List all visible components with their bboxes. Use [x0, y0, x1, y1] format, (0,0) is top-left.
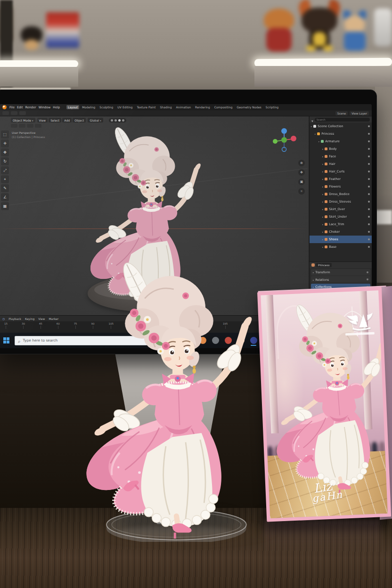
expand-icon[interactable] — [311, 124, 312, 128]
visibility-eye-icon[interactable] — [368, 171, 370, 172]
section-expand-icon[interactable] — [313, 270, 314, 274]
outliner-item[interactable]: Face — [310, 153, 372, 160]
viewport-nav-icon[interactable]: ✥ — [298, 169, 305, 176]
expand-icon[interactable] — [322, 215, 323, 219]
visibility-eye-icon[interactable] — [368, 231, 370, 233]
outliner-item[interactable]: Flowers — [310, 183, 372, 190]
visibility-eye-icon[interactable] — [368, 201, 370, 203]
tool-button[interactable]: ∠ — [1, 193, 9, 201]
workspace-tab[interactable]: Compositing — [213, 105, 234, 109]
expand-icon[interactable] — [322, 162, 323, 166]
editor-type-button[interactable] — [2, 111, 9, 115]
visibility-eye-icon[interactable] — [368, 140, 370, 142]
outliner-item[interactable]: Shoes — [310, 236, 372, 243]
visibility-eye-icon[interactable] — [368, 193, 370, 195]
workspace-tab[interactable]: Scripting — [264, 105, 280, 109]
expand-icon[interactable] — [322, 177, 323, 181]
navigation-gizmo[interactable] — [271, 127, 297, 153]
workspace-tab[interactable]: Layout — [66, 105, 79, 109]
filter-icon[interactable] — [311, 116, 313, 124]
visibility-eye-icon[interactable] — [368, 163, 370, 165]
outliner-item[interactable]: Lace_Trim — [310, 220, 372, 228]
blender-menu-item[interactable]: Render — [25, 106, 36, 109]
workspace-tab[interactable]: Texture Paint — [135, 105, 157, 109]
expand-icon[interactable] — [322, 222, 323, 226]
visibility-eye-icon[interactable] — [368, 155, 370, 157]
header-pill[interactable] — [11, 111, 17, 115]
section-expand-icon[interactable] — [313, 278, 314, 281]
outliner-item[interactable]: Hair_Curls — [310, 168, 372, 175]
tool-button[interactable]: ⌖ — [1, 175, 9, 183]
workspace-tab[interactable]: Sculpting — [98, 105, 114, 109]
outliner-item[interactable]: Skirt_Over — [310, 205, 372, 213]
expand-icon[interactable] — [322, 237, 323, 241]
viewport-nav-icon[interactable]: ⌗ — [298, 188, 305, 195]
expand-icon[interactable] — [322, 207, 323, 211]
tool-button[interactable]: ⬚ — [1, 131, 9, 139]
overlay-toggle[interactable] — [27, 124, 33, 128]
visibility-eye-icon[interactable] — [368, 238, 370, 240]
timeline-menu-item[interactable]: Playback — [8, 317, 21, 320]
visibility-eye-icon[interactable] — [368, 125, 370, 127]
workspace-tab[interactable]: UV Editing — [116, 105, 134, 109]
workspace-tab[interactable]: Modeling — [81, 105, 97, 109]
expand-icon[interactable] — [322, 192, 323, 196]
outliner-item[interactable]: Skirt_Under — [310, 213, 372, 220]
workspace-tab[interactable]: Animation — [175, 105, 193, 109]
outliner-item[interactable]: Feather — [310, 175, 372, 183]
visibility-eye-icon[interactable] — [368, 223, 370, 225]
header-pill[interactable] — [19, 111, 26, 115]
outliner-item[interactable]: Choker — [310, 228, 372, 236]
viewport-nav-icon[interactable]: ▣ — [298, 179, 305, 185]
tool-button[interactable]: ✥ — [1, 148, 9, 156]
tool-button[interactable]: ✛ — [1, 139, 9, 147]
viewport-menu-item[interactable]: Object — [73, 118, 86, 122]
mode-dropdown[interactable]: Object Mode — [11, 118, 35, 122]
blender-menu-item[interactable]: Help — [53, 106, 60, 109]
outliner-item[interactable]: Scene Collection — [310, 122, 372, 130]
timeline-menu-item[interactable]: Marker — [49, 317, 58, 320]
outliner-item[interactable]: Princess — [310, 130, 372, 138]
visibility-eye-icon[interactable] — [368, 178, 370, 180]
outliner-item[interactable]: Hair — [310, 160, 372, 168]
expand-icon[interactable] — [315, 132, 316, 136]
outliner-item[interactable]: Armature — [310, 138, 372, 145]
expand-icon[interactable] — [322, 200, 323, 204]
expand-icon[interactable] — [322, 245, 323, 249]
timeline-menu-item[interactable]: View — [38, 317, 45, 320]
section-menu-icon[interactable] — [367, 271, 368, 273]
tool-button[interactable]: ✎ — [1, 184, 9, 192]
blender-menu-item[interactable]: Edit — [17, 106, 23, 109]
visibility-eye-icon[interactable] — [368, 148, 370, 150]
blender-menu-item[interactable]: Window — [39, 106, 51, 109]
scene-selector[interactable]: Scene — [335, 111, 348, 115]
blender-menu-item[interactable]: File — [9, 106, 15, 109]
viewport-menu-item[interactable]: View — [37, 118, 48, 122]
outliner-item[interactable]: Body — [310, 145, 372, 153]
visibility-eye-icon[interactable] — [368, 216, 370, 218]
expand-icon[interactable] — [318, 139, 319, 143]
viewport-menu-item[interactable]: Add — [62, 118, 72, 122]
viewport-menu-item[interactable]: Select — [49, 118, 61, 122]
start-button[interactable] — [3, 337, 10, 344]
workspace-tab[interactable]: Rendering — [194, 105, 212, 109]
outliner-item[interactable]: Dress_Sleeves — [310, 198, 372, 205]
gizmo-toggle[interactable] — [35, 124, 41, 128]
transform-orientation-dropdown[interactable]: Global — [88, 118, 103, 122]
visibility-eye-icon[interactable] — [368, 246, 370, 248]
object-properties-icon[interactable] — [311, 263, 315, 267]
tool-button[interactable]: ⤢ — [1, 166, 9, 174]
section-menu-icon[interactable] — [367, 278, 368, 280]
shading-mode-buttons[interactable] — [109, 118, 126, 122]
visibility-eye-icon[interactable] — [368, 133, 370, 135]
expand-icon[interactable] — [322, 185, 323, 188]
tool-button[interactable]: ▦ — [1, 202, 9, 210]
viewport-nav-icon[interactable]: ⊕ — [298, 160, 305, 166]
visibility-eye-icon[interactable] — [368, 208, 370, 210]
properties-section[interactable]: Transform — [311, 269, 370, 276]
expand-icon[interactable] — [322, 170, 323, 173]
outliner-search-input[interactable]: Search — [315, 118, 370, 122]
tool-button[interactable]: ↻ — [1, 157, 9, 165]
visibility-eye-icon[interactable] — [368, 186, 370, 188]
workspace-tab[interactable]: Geometry Nodes — [236, 105, 263, 109]
